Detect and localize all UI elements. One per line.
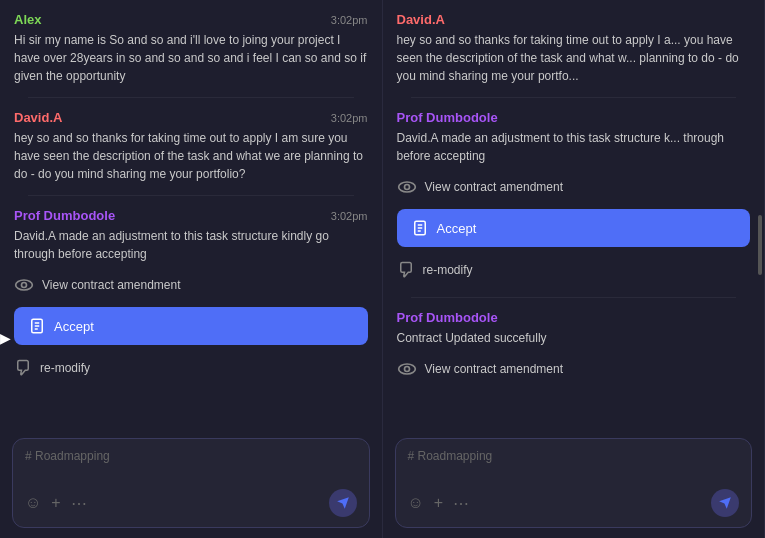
eye-icon-right-1 [397, 177, 417, 197]
right-text-prof1: David.A made an adjustment to this task … [397, 129, 751, 165]
accept-button-right[interactable]: Accept [397, 209, 751, 247]
time-alex: 3:02pm [331, 14, 368, 26]
input-field-left[interactable]: # Roadmapping [25, 449, 357, 481]
divider-2 [28, 195, 354, 196]
svg-point-6 [398, 182, 415, 192]
view-contract-right-1[interactable]: View contract amendment [397, 173, 751, 201]
more-icon-left[interactable]: ⋯ [71, 494, 87, 513]
accept-label-right: Accept [437, 221, 477, 236]
right-message-header-prof2: Prof Dumbodole [397, 310, 751, 325]
right-message-header-david: David.A [397, 12, 751, 27]
text-alex: Hi sir my name is So and so and i'll lov… [14, 31, 368, 85]
time-prof: 3:02pm [331, 210, 368, 222]
send-button-left[interactable] [329, 489, 357, 517]
right-sender-prof1: Prof Dumbodole [397, 110, 498, 125]
svg-point-1 [22, 283, 27, 288]
message-header-alex: Alex 3:02pm [14, 12, 368, 27]
remodify-button-right[interactable]: re-modify [397, 255, 751, 285]
message-block-prof: Prof Dumbodole 3:02pm David.A made an ad… [14, 208, 368, 383]
text-david: hey so and so thanks for taking time out… [14, 129, 368, 183]
plus-icon-right[interactable]: + [434, 494, 443, 512]
view-contract-label-left: View contract amendment [42, 278, 181, 292]
sender-alex: Alex [14, 12, 41, 27]
message-header-prof: Prof Dumbodole 3:02pm [14, 208, 368, 223]
left-chat-panel: Alex 3:02pm Hi sir my name is So and so … [0, 0, 383, 538]
send-arrow-icon-right [718, 496, 732, 510]
input-field-right[interactable]: # Roadmapping [408, 449, 740, 481]
remodify-label-left: re-modify [40, 361, 90, 375]
right-message-block-david: David.A hey so and so thanks for taking … [397, 12, 751, 85]
right-chat-area: David.A hey so and so thanks for taking … [383, 0, 765, 428]
remodify-button-left[interactable]: re-modify [14, 353, 368, 383]
message-block-david: David.A 3:02pm hey so and so thanks for … [14, 110, 368, 183]
view-contract-left[interactable]: View contract amendment [14, 271, 368, 299]
right-message-header-prof1: Prof Dumbodole [397, 110, 751, 125]
cursor-arrow: ▶ [0, 330, 11, 346]
svg-point-13 [404, 367, 409, 372]
svg-point-12 [398, 364, 415, 374]
left-chat-area: Alex 3:02pm Hi sir my name is So and so … [0, 0, 382, 428]
remodify-label-right: re-modify [423, 263, 473, 277]
send-button-right[interactable] [711, 489, 739, 517]
text-prof: David.A made an adjustment to this task … [14, 227, 368, 263]
divider-1 [28, 97, 354, 98]
doc-icon-accept-left [28, 317, 46, 335]
thumb-down-icon-left [14, 359, 32, 377]
right-message-block-prof2: Prof Dumbodole Contract Updated succeful… [397, 310, 751, 383]
emoji-icon-left[interactable]: ☺ [25, 494, 41, 512]
send-arrow-icon-left [336, 496, 350, 510]
view-contract-label-right-1: View contract amendment [425, 180, 564, 194]
thumb-down-icon-right [397, 261, 415, 279]
right-divider-1 [411, 97, 737, 98]
doc-icon-accept-right [411, 219, 429, 237]
right-divider-2 [411, 297, 737, 298]
right-scrollbar[interactable] [758, 215, 762, 275]
plus-icon-left[interactable]: + [51, 494, 60, 512]
message-block-alex: Alex 3:02pm Hi sir my name is So and so … [14, 12, 368, 85]
time-david: 3:02pm [331, 112, 368, 124]
right-sender-david: David.A [397, 12, 445, 27]
eye-icon-left [14, 275, 34, 295]
accept-button-left[interactable]: Accept [14, 307, 368, 345]
emoji-icon-right[interactable]: ☺ [408, 494, 424, 512]
input-area-right[interactable]: # Roadmapping ☺ + ⋯ [395, 438, 753, 528]
right-text-prof2: Contract Updated succefully [397, 329, 751, 347]
svg-point-0 [16, 280, 33, 290]
right-sender-prof2: Prof Dumbodole [397, 310, 498, 325]
right-chat-panel: David.A hey so and so thanks for taking … [383, 0, 766, 538]
right-message-block-prof1: Prof Dumbodole David.A made an adjustmen… [397, 110, 751, 285]
right-text-david: hey so and so thanks for taking time out… [397, 31, 751, 85]
more-icon-right[interactable]: ⋯ [453, 494, 469, 513]
view-contract-right-2[interactable]: View contract amendment [397, 355, 751, 383]
input-toolbar-right: ☺ + ⋯ [408, 489, 740, 517]
sender-prof: Prof Dumbodole [14, 208, 115, 223]
sender-david: David.A [14, 110, 62, 125]
accept-label-left: Accept [54, 319, 94, 334]
svg-point-7 [404, 185, 409, 190]
input-toolbar-left: ☺ + ⋯ [25, 489, 357, 517]
message-header-david: David.A 3:02pm [14, 110, 368, 125]
eye-icon-right-2 [397, 359, 417, 379]
view-contract-label-right-2: View contract amendment [425, 362, 564, 376]
input-area-left[interactable]: # Roadmapping ☺ + ⋯ [12, 438, 370, 528]
